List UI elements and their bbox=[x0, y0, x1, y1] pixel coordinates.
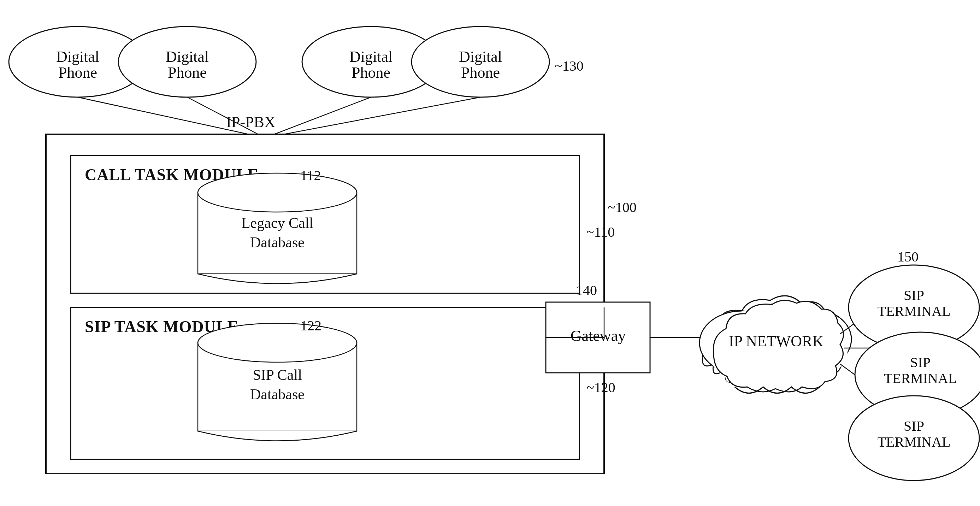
sip-db-label-line1: SIP Call bbox=[253, 367, 302, 383]
sip-terminal-3-label-line1: SIP bbox=[904, 418, 924, 434]
phone-reference: ~130 bbox=[555, 58, 584, 74]
gateway-label: Gateway bbox=[571, 327, 626, 345]
svg-line-6 bbox=[265, 97, 371, 138]
legacy-db-label-line1: Legacy Call bbox=[241, 215, 313, 231]
sip-terminal-reference: 150 bbox=[897, 249, 918, 265]
svg-text:TERMINAL: TERMINAL bbox=[884, 370, 957, 386]
diagram: Digital Phone Digital Phone Digital Phon… bbox=[0, 0, 980, 506]
sip-db-label-line2: Database bbox=[250, 386, 304, 403]
svg-text:Phone: Phone bbox=[352, 64, 390, 81]
sip-terminal-1-label-line1: SIP bbox=[904, 287, 924, 303]
svg-text:Phone: Phone bbox=[461, 64, 500, 81]
digital-phone-4-label: Digital bbox=[459, 48, 502, 65]
ip-network-label-line1: IP NETWORK bbox=[729, 333, 824, 350]
digital-phone-1-label: Digital bbox=[56, 48, 99, 65]
ippbx-reference: ~100 bbox=[608, 199, 636, 215]
sip-db-top bbox=[198, 323, 357, 362]
call-module-reference: ~110 bbox=[587, 224, 615, 240]
sip-terminal-2-label-line1: SIP bbox=[910, 355, 931, 370]
svg-text:TERMINAL: TERMINAL bbox=[878, 434, 951, 450]
sip-module-reference: ~120 bbox=[587, 380, 616, 395]
svg-text:Phone: Phone bbox=[168, 64, 207, 81]
svg-line-7 bbox=[265, 97, 480, 138]
gateway-reference: 140 bbox=[576, 282, 597, 298]
svg-text:TERMINAL: TERMINAL bbox=[878, 303, 951, 319]
digital-phone-2-label: Digital bbox=[166, 48, 209, 65]
digital-phone-3-label: Digital bbox=[349, 48, 393, 65]
ippbx-label: IP-PBX bbox=[226, 113, 275, 131]
svg-text:Phone: Phone bbox=[58, 64, 97, 81]
legacy-db-reference: 112 bbox=[300, 167, 321, 183]
legacy-db-label-line2: Database bbox=[250, 234, 304, 250]
sip-db-reference: 122 bbox=[300, 318, 321, 334]
legacy-db-top bbox=[198, 173, 357, 212]
